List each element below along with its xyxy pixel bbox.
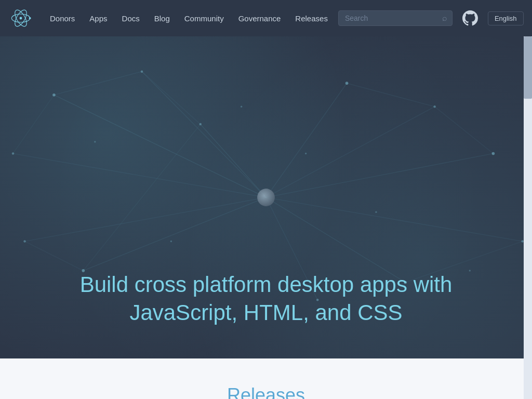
github-link[interactable]	[461, 9, 480, 28]
electron-logo-icon	[10, 8, 31, 29]
svg-line-19	[347, 83, 435, 107]
svg-line-7	[13, 153, 266, 197]
svg-line-12	[266, 107, 435, 197]
svg-line-11	[266, 83, 347, 197]
site-logo[interactable]	[10, 8, 31, 29]
svg-point-4	[29, 17, 31, 19]
svg-point-33	[492, 152, 495, 155]
svg-line-17	[54, 72, 142, 95]
svg-line-23	[13, 95, 54, 154]
svg-line-9	[25, 197, 266, 242]
releases-title: Releases	[10, 384, 522, 399]
navbar: Donors Apps Docs Blog Community Governan…	[0, 0, 532, 36]
svg-point-3	[20, 17, 22, 20]
svg-point-26	[141, 70, 143, 73]
svg-point-40	[375, 211, 377, 212]
svg-point-25	[52, 94, 56, 97]
svg-point-37	[94, 141, 96, 142]
releases-section: Releases $ npm i -D electron@latest $ np…	[0, 358, 532, 399]
nav-links: Donors Apps Docs Blog Community Governan…	[44, 11, 334, 26]
svg-line-21	[25, 242, 84, 271]
svg-line-6	[142, 72, 266, 197]
svg-point-29	[23, 240, 26, 243]
svg-line-8	[83, 197, 266, 271]
hero-text-container: Build cross platform desktop apps with J…	[32, 271, 500, 358]
hero-section: Build cross platform desktop apps with J…	[0, 36, 532, 358]
scrollbar-thumb[interactable]	[524, 36, 532, 99]
nav-governance[interactable]: Governance	[232, 11, 287, 26]
svg-point-27	[12, 152, 15, 155]
nav-apps[interactable]: Apps	[83, 11, 113, 26]
svg-point-31	[345, 82, 349, 85]
nav-docs[interactable]: Docs	[116, 11, 146, 26]
svg-line-24	[83, 124, 200, 271]
github-icon	[462, 10, 478, 26]
nav-releases[interactable]: Releases	[289, 11, 334, 26]
svg-line-15	[266, 197, 405, 282]
svg-line-13	[266, 153, 493, 197]
svg-point-30	[199, 123, 202, 126]
scrollbar[interactable]	[524, 36, 532, 399]
nav-community[interactable]: Community	[178, 11, 230, 26]
nav-donors[interactable]: Donors	[44, 11, 81, 26]
search-input[interactable]	[338, 10, 453, 26]
svg-line-14	[266, 197, 523, 242]
svg-point-41	[170, 241, 172, 242]
svg-point-43	[257, 189, 275, 206]
language-button[interactable]: English	[488, 11, 524, 25]
svg-point-32	[433, 105, 436, 108]
svg-line-20	[435, 107, 494, 153]
search-wrapper	[338, 10, 453, 26]
svg-point-39	[305, 153, 307, 154]
svg-line-18	[142, 72, 201, 124]
svg-line-5	[54, 95, 266, 197]
svg-line-10	[201, 124, 266, 197]
hero-headline: Build cross platform desktop apps with J…	[43, 271, 489, 327]
nav-blog[interactable]: Blog	[148, 11, 176, 26]
svg-point-38	[241, 106, 242, 108]
